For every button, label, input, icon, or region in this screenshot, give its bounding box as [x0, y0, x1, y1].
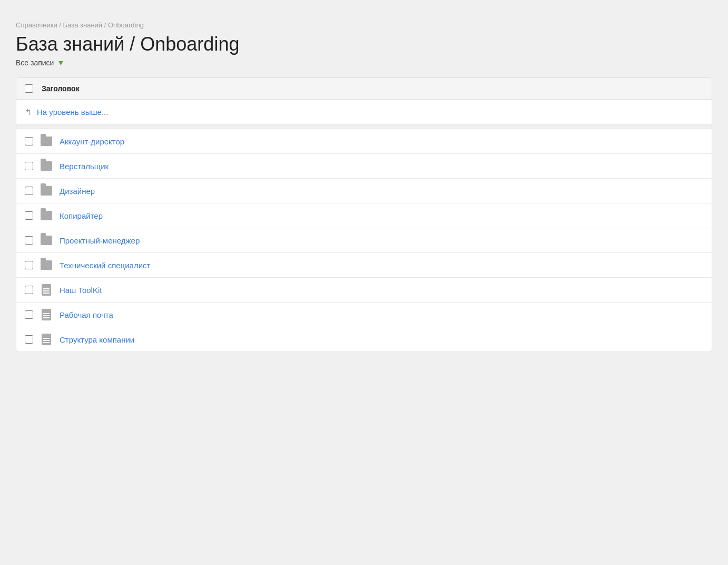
- page-title: База знаний / Onboarding: [16, 33, 712, 55]
- folder-icon: [41, 259, 52, 271]
- table-row: Проектный-менеджер: [16, 228, 712, 253]
- nav-up-icon: ↰: [25, 107, 32, 117]
- table-row: Верстальщик: [16, 154, 712, 179]
- table-row: Дизайнер: [16, 179, 712, 203]
- document-icon: [41, 334, 52, 345]
- row-checkbox[interactable]: [25, 162, 33, 170]
- filter-label: Все записи: [16, 59, 54, 67]
- item-link[interactable]: Структура компании: [60, 335, 134, 344]
- row-checkbox[interactable]: [25, 261, 33, 269]
- row-checkbox[interactable]: [25, 236, 33, 245]
- nav-up-link[interactable]: На уровень выше...: [37, 108, 108, 116]
- table-row: Рабочая почта: [16, 303, 712, 327]
- table-header: Заголовок: [16, 78, 712, 100]
- row-checkbox[interactable]: [25, 137, 33, 145]
- item-link[interactable]: Копирайтер: [60, 211, 103, 220]
- select-all-checkbox[interactable]: [25, 84, 33, 93]
- table-row: Аккаунт-директор: [16, 129, 712, 154]
- breadcrumb: Справочники / База знаний / Onboarding: [16, 21, 712, 29]
- document-icon: [41, 309, 52, 320]
- section-divider: [16, 125, 712, 129]
- folder-icon: [41, 185, 52, 197]
- folder-icon: [41, 135, 52, 147]
- row-checkbox[interactable]: [25, 310, 33, 319]
- item-link[interactable]: Проектный-менеджер: [60, 236, 140, 245]
- table-row: Копирайтер: [16, 203, 712, 228]
- row-checkbox[interactable]: [25, 211, 33, 220]
- document-icon: [41, 284, 52, 296]
- table-row: Структура компании: [16, 327, 712, 352]
- table-row: Наш ToolKit: [16, 278, 712, 303]
- item-link[interactable]: Верстальщик: [60, 162, 109, 171]
- item-link[interactable]: Дизайнер: [60, 187, 95, 196]
- item-link[interactable]: Аккаунт-директор: [60, 137, 124, 146]
- row-checkbox[interactable]: [25, 286, 33, 294]
- item-link[interactable]: Наш ToolKit: [60, 286, 102, 295]
- table-row: Технический специалист: [16, 253, 712, 278]
- folder-icon: [41, 160, 52, 172]
- folder-icon: [41, 210, 52, 221]
- item-link[interactable]: Технический специалист: [60, 261, 150, 270]
- folder-icon: [41, 235, 52, 246]
- items-list: Аккаунт-директорВерстальщикДизайнерКопир…: [16, 129, 712, 352]
- nav-up-row: ↰ На уровень выше...: [16, 100, 712, 125]
- row-checkbox[interactable]: [25, 335, 33, 344]
- row-checkbox[interactable]: [25, 187, 33, 195]
- column-title-header: Заголовок: [42, 84, 80, 93]
- item-link[interactable]: Рабочая почта: [60, 310, 113, 319]
- records-table: Заголовок ↰ На уровень выше... Аккаунт-д…: [16, 77, 712, 352]
- filter-dropdown-arrow[interactable]: ▼: [57, 59, 64, 67]
